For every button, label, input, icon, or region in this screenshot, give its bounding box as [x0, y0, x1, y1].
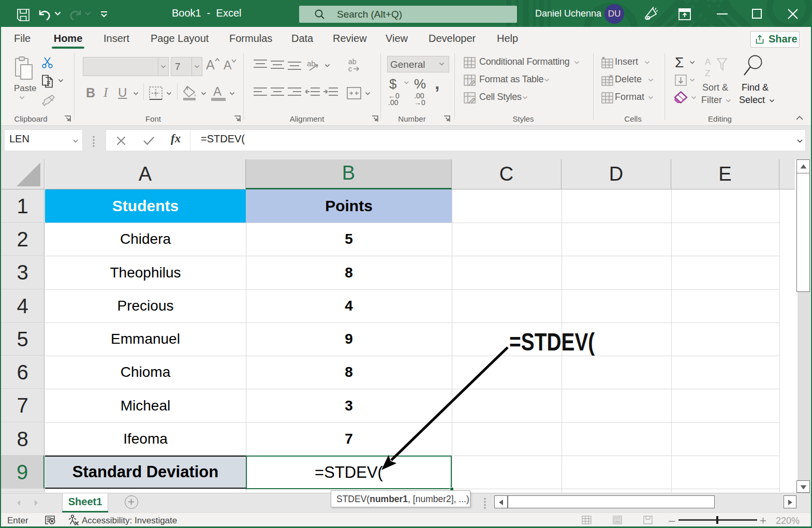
svg-text:c: c: [348, 65, 352, 72]
svg-text:A: A: [705, 57, 711, 67]
svg-text:ab: ab: [307, 59, 316, 68]
svg-text:Z: Z: [705, 68, 710, 78]
